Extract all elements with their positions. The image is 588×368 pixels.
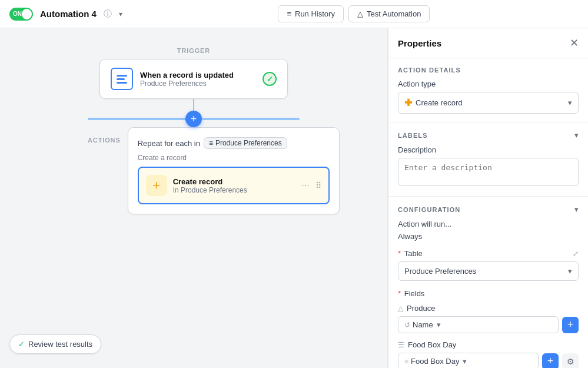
table-field: * Table ⤢ Produce Preferences ▾ [398, 249, 579, 281]
connector-line-top [193, 99, 194, 111]
labels-chevron-icon[interactable]: ▾ [574, 131, 579, 140]
fields-asterisk: * [398, 289, 401, 298]
food-box-chevron-icon: ▾ [463, 357, 467, 366]
create-record-icon-box: + [146, 175, 167, 196]
trigger-title: When a record is updated [140, 71, 234, 79]
chevron-down-icon[interactable]: ▾ [119, 10, 122, 18]
table-select[interactable]: Produce Preferences ▾ [398, 261, 579, 281]
table-value: Produce Preferences [404, 267, 476, 276]
food-box-name: Food Box Day [408, 340, 456, 349]
canvas-connector: + [88, 99, 300, 127]
produce-icon: △ [398, 304, 403, 313]
panel-header: Properties ✕ [388, 28, 588, 58]
produce-name: Produce [407, 304, 435, 313]
trigger-text: When a record is updated Produce Prefere… [140, 71, 234, 88]
connector-h-row: + [88, 111, 300, 127]
automation-toggle[interactable]: ON [9, 8, 33, 21]
actions-main: Repeat for each in ≡ Produce Preferences… [128, 127, 340, 214]
expand-icon[interactable]: ⤢ [573, 250, 579, 258]
create-record-text: Create record In Produce Preferences [173, 177, 247, 194]
icon-line2 [117, 78, 125, 80]
create-record-plus-icon: + [152, 178, 160, 193]
action-type-icon: ✚ [404, 97, 412, 108]
run-history-button[interactable]: ≡ Run History [278, 5, 344, 22]
run-history-label: Run History [295, 9, 335, 18]
fields-label: Fields [404, 289, 425, 298]
table-label: Table [404, 249, 423, 258]
trigger-icon-box [111, 68, 133, 90]
properties-panel: Properties ✕ ACTION DETAILS Action type … [388, 28, 588, 368]
repeat-group: Repeat for each in ≡ Produce Preferences… [128, 127, 340, 214]
labels-label: LABELS [398, 132, 428, 139]
food-box-field-icon: ≡ [404, 357, 408, 366]
create-record-title: Create record [173, 177, 247, 186]
review-test-results-button[interactable]: ✓ Review test results [9, 334, 101, 354]
repeat-title: Repeat for each in [138, 139, 200, 148]
required-asterisk: * [398, 249, 401, 258]
description-input[interactable] [398, 158, 579, 186]
info-icon[interactable]: ⓘ [104, 9, 112, 19]
field-group-food-header: ☰ Food Box Day [398, 340, 579, 349]
topbar-center: ≡ Run History △ Test Automation [129, 5, 579, 22]
actions-label: ACTIONS [88, 137, 121, 144]
produce-value: Name [413, 320, 433, 329]
create-record-card[interactable]: + Create record In Produce Preferences ·… [138, 167, 330, 204]
add-produce-field-button[interactable]: + [562, 317, 579, 333]
food-box-icon: ☰ [398, 341, 404, 349]
add-food-box-field-button[interactable]: + [542, 353, 559, 369]
configuration-chevron-icon[interactable]: ▾ [574, 205, 579, 214]
food-box-field-row: ≡ Food Box Day ▾ + ⚙ [398, 353, 579, 368]
review-label: Review test results [28, 340, 92, 349]
toggle-knob [22, 9, 32, 19]
field-group-produce: △ Produce ↺ Name ▾ + [398, 304, 579, 333]
refresh-icon: ↺ [404, 321, 410, 329]
table-label-row: * Table ⤢ [398, 249, 579, 258]
create-record-subtitle: In Produce Preferences [173, 186, 247, 194]
fields-required-label: * Fields [398, 289, 579, 298]
repeat-badge[interactable]: ≡ Produce Preferences [204, 137, 287, 149]
actions-side: ACTIONS [88, 127, 128, 148]
automation-title: Automation 4 [40, 9, 97, 19]
fields-section: * Fields △ Produce ↺ Name ▾ [398, 289, 579, 368]
trigger-record-icon [117, 75, 127, 84]
food-box-value-select[interactable]: ≡ Food Box Day ▾ [398, 353, 539, 368]
produce-chevron-icon: ▾ [437, 320, 441, 329]
trigger-subtitle: Produce Preferences [140, 79, 234, 88]
always-value: Always [398, 232, 579, 241]
close-button[interactable]: ✕ [570, 37, 579, 49]
action-details-header: ACTION DETAILS [398, 67, 579, 74]
labels-section: LABELS ▾ Description [388, 122, 588, 197]
configuration-section: CONFIGURATION ▾ Action will run... Alway… [388, 197, 588, 368]
action-details-label: ACTION DETAILS [398, 67, 461, 74]
action-type-select[interactable]: ✚ Create record ▾ [398, 92, 579, 114]
table-required-label: * Table [398, 249, 423, 258]
action-will-run-label: Action will run... [398, 220, 579, 228]
record-actions: ··· ⠿ [299, 179, 321, 192]
produce-value-select[interactable]: ↺ Name ▾ [398, 316, 559, 333]
h-line-left [88, 118, 185, 120]
more-options-button[interactable]: ··· [299, 179, 311, 192]
create-a-record-label: Create a record [138, 154, 330, 162]
action-type-value-row: ✚ Create record [404, 97, 462, 108]
grid-icon[interactable]: ⠿ [315, 181, 321, 190]
test-automation-button[interactable]: △ Test Automation [348, 5, 430, 22]
description-label: Description [398, 145, 579, 154]
trigger-card[interactable]: When a record is updated Produce Prefere… [99, 59, 288, 99]
test-icon: △ [357, 9, 363, 18]
field-group-food-box: ☰ Food Box Day ≡ Food Box Day ▾ + ⚙ [398, 340, 579, 368]
trigger-label: TRIGGER [177, 47, 210, 54]
main-layout: TRIGGER When a record is updated Produce… [0, 28, 588, 368]
add-action-button[interactable]: + [185, 111, 202, 127]
action-type-value: Create record [416, 98, 462, 107]
food-box-value: Food Box Day [411, 357, 459, 366]
action-type-chevron: ▾ [568, 98, 572, 107]
food-box-settings-button[interactable]: ⚙ [562, 353, 579, 369]
action-details-section: ACTION DETAILS Action type ✚ Create reco… [388, 58, 588, 122]
configuration-header: CONFIGURATION ▾ [398, 205, 579, 214]
field-group-produce-header: △ Produce [398, 304, 579, 313]
table-chevron-icon: ▾ [568, 267, 572, 276]
panel-title: Properties [398, 38, 441, 48]
test-automation-label: Test Automation [367, 9, 421, 18]
actions-row: ACTIONS Repeat for each in ≡ Produce Pre… [88, 127, 300, 214]
icon-line3 [117, 82, 127, 84]
